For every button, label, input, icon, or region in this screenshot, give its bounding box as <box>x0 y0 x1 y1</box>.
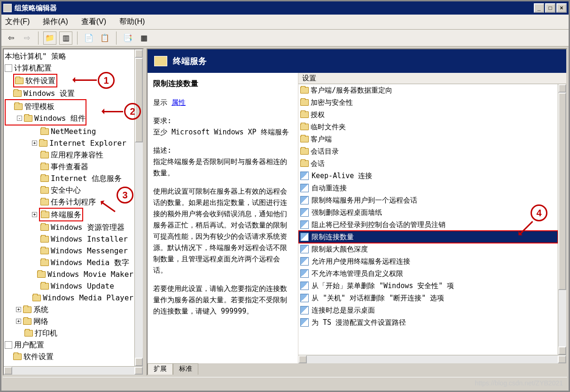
policy-icon <box>300 306 309 314</box>
tree-vscrollbar[interactable] <box>134 49 143 366</box>
tree-windows-rm[interactable]: Windows 资源管理器 <box>5 221 133 233</box>
list-item-label: 自动重连接 <box>312 183 347 193</box>
list-column-header[interactable]: 设置 <box>298 73 566 84</box>
tree-windows-components[interactable]: -Windows 组件 <box>6 112 86 124</box>
policy-icon <box>300 172 309 180</box>
list-item[interactable]: 强制删除远程桌面墙纸 <box>298 206 558 219</box>
showhide-tree-button[interactable]: ▥ <box>59 31 72 45</box>
tree-network[interactable]: +网络 <box>5 315 133 327</box>
tree-securitycenter[interactable]: 安全中心 <box>5 184 133 196</box>
menu-file[interactable]: 文件(F) <box>5 17 30 27</box>
list-item[interactable]: 客户端/服务器数据重定向 <box>298 84 558 96</box>
properties-link[interactable]: 属性 <box>172 98 186 107</box>
tree-appcompat[interactable]: 应用程序兼容性 <box>5 149 133 161</box>
watermark: https://blog.csdn.net/ZYB2021 <box>475 379 563 387</box>
tree-windows-messenger[interactable]: Windows Messenger <box>5 245 133 257</box>
list-item[interactable]: 临时文件夹 <box>298 121 558 133</box>
folder-icon <box>300 111 309 118</box>
right-tabs: 扩展 标准 <box>148 363 566 375</box>
filter-button[interactable]: ▦ <box>137 31 150 45</box>
properties-button[interactable]: 📄 <box>82 31 95 45</box>
tree-windows-media-digital[interactable]: Windows Media 数字 <box>5 257 133 268</box>
policy-icon <box>300 282 309 290</box>
list-item[interactable]: 会话目录 <box>298 145 558 157</box>
list-item-label: 限制终端服务用户到一个远程会话 <box>312 195 417 205</box>
tree-eventviewer[interactable]: 事件查看器 <box>5 161 133 172</box>
tree-windows-installer[interactable]: Windows Installer <box>5 233 133 245</box>
list-item-label: 授权 <box>311 110 325 120</box>
menu-action[interactable]: 操作(A) <box>43 17 68 27</box>
list-item[interactable]: 限制终端服务用户到一个远程会话 <box>298 194 558 206</box>
list-hscrollbar[interactable] <box>298 355 566 363</box>
list-vscrollbar[interactable] <box>558 84 566 355</box>
minimize-button[interactable]: _ <box>534 3 544 13</box>
window-root: 组策略编辑器 _ □ × 文件(F) 操作(A) 查看(V) 帮助(H) ⇦ ⇨… <box>0 0 570 392</box>
export-button[interactable]: 📋 <box>98 31 111 45</box>
menu-view[interactable]: 查看(V) <box>81 17 106 27</box>
list-item[interactable]: 客户端 <box>298 133 558 145</box>
list-pane: 设置 客户端/服务器数据重定向加密与安全性授权临时文件夹客户端会话目录会话Kee… <box>298 73 566 363</box>
tree-windows-settings[interactable]: Windows 设置 <box>5 87 133 99</box>
tree-netmeeting[interactable]: NetMeeting <box>5 125 133 137</box>
list-item[interactable]: 限制最大颜色深度 <box>298 243 558 255</box>
tree-printers[interactable]: 打印机 <box>5 327 133 339</box>
list-item[interactable]: 自动重连接 <box>298 182 558 194</box>
tree-root[interactable]: 本地计算机" 策略 <box>5 50 133 62</box>
list-item[interactable]: 授权 <box>298 109 558 121</box>
list-item[interactable]: 连接时总是显示桌面 <box>298 304 558 316</box>
list-item[interactable]: 从 "关机" 对话框删除 "断开连接" 选项 <box>298 292 558 304</box>
maximize-button[interactable]: □ <box>545 3 555 13</box>
folder-icon <box>300 136 309 142</box>
list-item[interactable]: 为 TS 漫游配置文件设置路径 <box>298 316 558 329</box>
tree-windows-movie-maker[interactable]: Windows Movie Maker <box>5 268 133 280</box>
right-header: 终端服务 <box>148 49 566 73</box>
tab-standard[interactable]: 标准 <box>173 363 198 375</box>
tree-software-settings[interactable]: 软件设置 <box>5 74 133 87</box>
close-button[interactable]: × <box>556 3 567 13</box>
tree-computer-config[interactable]: 计算机配置 <box>5 62 133 74</box>
tree-iis[interactable]: Internet 信息服务 <box>5 172 133 184</box>
list-item[interactable]: Keep-Alive 连接 <box>298 170 558 182</box>
tree-hscrollbar[interactable] <box>4 366 143 375</box>
refresh-button[interactable]: 📑 <box>121 31 134 45</box>
list-item-label: 加密与安全性 <box>311 97 353 108</box>
policy-icon <box>300 220 309 229</box>
list-item-label: 从 "关机" 对话框删除 "断开连接" 选项 <box>312 293 444 303</box>
list-item-label: 从「开始」菜单删除 "Windows 安全性" 项 <box>312 281 454 291</box>
tab-extended[interactable]: 扩展 <box>148 363 173 375</box>
list-item[interactable]: 会话 <box>298 157 558 170</box>
back-button[interactable]: ⇦ <box>4 31 17 45</box>
content-area: 本地计算机" 策略 计算机配置 软件设置 Windows 设置 管理模板 -Wi… <box>3 48 567 376</box>
policy-icon <box>300 208 309 217</box>
tree-scroll[interactable]: 本地计算机" 策略 计算机配置 软件设置 Windows 设置 管理模板 -Wi… <box>4 49 134 366</box>
tree-windows-media-player[interactable]: Windows Media Player <box>5 292 133 304</box>
forward-button[interactable]: ⇨ <box>20 31 33 45</box>
tree-user-config[interactable]: 用户配置 <box>5 339 133 351</box>
list-item[interactable]: 阻止将已经登录到控制台会话的管理员注销 <box>298 219 558 231</box>
list-item-label: 限制连接数量 <box>312 232 354 242</box>
tree-ie[interactable]: +Internet Explorer <box>5 137 133 149</box>
menubar: 文件(F) 操作(A) 查看(V) 帮助(H) <box>1 15 569 30</box>
list-item[interactable]: 从「开始」菜单删除 "Windows 安全性" 项 <box>298 280 558 292</box>
policy-icon <box>300 269 309 278</box>
list-scroll[interactable]: 客户端/服务器数据重定向加密与安全性授权临时文件夹客户端会话目录会话Keep-A… <box>298 84 558 355</box>
folder-icon <box>300 160 309 167</box>
list-item-label: 客户端/服务器数据重定向 <box>311 85 392 95</box>
list-item[interactable]: 允许用户使用终端服务远程连接 <box>298 255 558 267</box>
policy-icon <box>300 245 309 253</box>
folder-icon <box>300 87 309 94</box>
tree-windows-update[interactable]: Windows Update <box>5 280 133 292</box>
menu-help[interactable]: 帮助(H) <box>119 17 145 27</box>
up-button[interactable]: 📁 <box>43 31 56 45</box>
list-item[interactable]: 加密与安全性 <box>298 96 558 109</box>
folder-icon <box>300 124 309 130</box>
list-item-label: 会话目录 <box>311 146 339 157</box>
tree-user-software[interactable]: 软件设置 <box>5 351 133 362</box>
list-item[interactable]: 不允许本地管理员自定义权限 <box>298 267 558 280</box>
list-item-label: 限制最大颜色深度 <box>312 244 368 254</box>
tree-system[interactable]: +系统 <box>5 304 133 315</box>
tree-admin-templates[interactable]: 管理模板 <box>6 101 86 112</box>
policy-icon <box>300 233 309 241</box>
tree-taskscheduler[interactable]: 任务计划程序 <box>5 196 133 208</box>
list-item-label: 连接时总是显示桌面 <box>312 305 375 315</box>
